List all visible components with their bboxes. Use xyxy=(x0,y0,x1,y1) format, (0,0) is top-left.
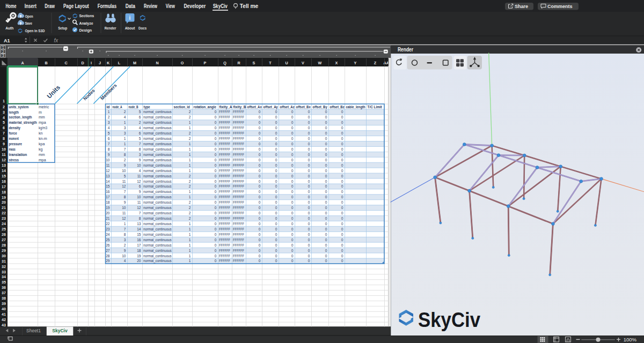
svg-text:FFFFFF: FFFFFF xyxy=(219,163,230,167)
svg-text:28: 28 xyxy=(2,243,6,247)
svg-text:19: 19 xyxy=(137,254,141,258)
svg-text:N: N xyxy=(156,61,158,65)
svg-text:2: 2 xyxy=(189,131,191,135)
svg-text:0: 0 xyxy=(341,153,343,156)
svg-text:T: T xyxy=(269,61,272,65)
svg-text:39: 39 xyxy=(2,302,6,305)
svg-text:mm: mm xyxy=(39,115,45,119)
svg-text:metric: metric xyxy=(39,105,49,109)
svg-text:12: 12 xyxy=(2,158,6,162)
svg-text:0: 0 xyxy=(291,259,294,263)
svg-text:7: 7 xyxy=(3,131,5,135)
svg-text:0: 0 xyxy=(308,163,310,167)
svg-text:2: 2 xyxy=(189,184,191,188)
svg-text:offset_Ay: offset_Ay xyxy=(264,105,278,109)
svg-text:10: 10 xyxy=(137,195,141,199)
svg-text:FFFFFF: FFFFFF xyxy=(233,180,244,183)
svg-text:0: 0 xyxy=(308,142,310,146)
svg-text:FFFFFF: FFFFFF xyxy=(219,254,230,258)
svg-text:0: 0 xyxy=(308,158,310,162)
svg-text:100%: 100% xyxy=(624,337,637,342)
svg-text:0: 0 xyxy=(325,110,327,114)
svg-text:Home: Home xyxy=(5,3,16,9)
svg-text:normal_continuous: normal_continuous xyxy=(143,206,172,210)
svg-text:6: 6 xyxy=(139,115,141,119)
svg-text:29: 29 xyxy=(106,259,110,263)
svg-text:0: 0 xyxy=(325,249,327,252)
svg-text:12: 12 xyxy=(137,180,141,183)
svg-text:41: 41 xyxy=(2,312,6,316)
svg-text:rotation_angle: rotation_angle xyxy=(194,105,217,109)
svg-text:m: m xyxy=(39,110,42,114)
svg-text:FFFFFF: FFFFFF xyxy=(219,233,230,236)
svg-text:2: 2 xyxy=(189,211,191,215)
svg-text:kpa: kpa xyxy=(39,142,45,146)
svg-text:FFFFFF: FFFFFF xyxy=(219,110,230,114)
svg-text:0: 0 xyxy=(325,174,327,178)
svg-text:6: 6 xyxy=(139,184,141,188)
svg-text:FFFFFF: FFFFFF xyxy=(219,180,230,183)
svg-text:FFFFFF: FFFFFF xyxy=(219,115,230,119)
svg-text:offset_Bx: offset_Bx xyxy=(296,105,311,109)
svg-text:0: 0 xyxy=(325,238,327,242)
svg-text:fx: fx xyxy=(54,38,59,43)
svg-text:FFFFFF: FFFFFF xyxy=(233,174,244,178)
svg-text:0: 0 xyxy=(325,227,327,231)
svg-text:2: 2 xyxy=(108,115,110,119)
svg-text:Render: Render xyxy=(398,46,413,53)
svg-text:0: 0 xyxy=(215,259,217,263)
svg-text:kn-m: kn-m xyxy=(39,137,47,140)
svg-text:Sheet1: Sheet1 xyxy=(26,328,41,333)
svg-text:normal_continuous: normal_continuous xyxy=(143,142,172,146)
svg-text:FFFFFF: FFFFFF xyxy=(233,158,244,162)
svg-text:FFFFFF: FFFFFF xyxy=(233,238,244,242)
svg-text:0: 0 xyxy=(341,206,343,210)
svg-text:0: 0 xyxy=(259,184,261,188)
svg-text:density: density xyxy=(9,125,21,130)
svg-text:normal_continuous: normal_continuous xyxy=(143,126,172,130)
svg-text:20: 20 xyxy=(106,211,110,215)
svg-text:0: 0 xyxy=(215,169,217,173)
svg-text:7: 7 xyxy=(124,227,126,231)
svg-text:42: 42 xyxy=(2,318,6,322)
svg-text:FFFFFF: FFFFFF xyxy=(219,137,230,140)
svg-text:J: J xyxy=(99,61,101,65)
svg-text:0: 0 xyxy=(259,174,261,178)
svg-text:0: 0 xyxy=(308,238,310,242)
svg-text:22: 22 xyxy=(2,211,6,215)
svg-text:0: 0 xyxy=(341,121,343,124)
svg-text:14: 14 xyxy=(106,180,110,183)
svg-text:0: 0 xyxy=(341,227,343,231)
svg-text:2: 2 xyxy=(2,50,4,54)
svg-text:0: 0 xyxy=(341,142,343,146)
svg-text:normal_continuous: normal_continuous xyxy=(143,249,172,253)
svg-text:9: 9 xyxy=(139,158,141,162)
svg-text:18: 18 xyxy=(106,200,110,204)
svg-text:offset_Ax: offset_Ax xyxy=(247,105,262,109)
svg-text:FFFFFF: FFFFFF xyxy=(233,200,244,204)
svg-text:10: 10 xyxy=(122,169,126,173)
svg-text:Draw: Draw xyxy=(45,3,55,9)
svg-text:0: 0 xyxy=(291,184,294,188)
svg-text:Open in S3D: Open in S3D xyxy=(25,28,45,33)
svg-text:0: 0 xyxy=(341,110,343,114)
svg-text:0: 0 xyxy=(341,254,343,258)
svg-text:0: 0 xyxy=(275,180,277,183)
svg-text:section_length: section_length xyxy=(9,115,32,120)
svg-text:1: 1 xyxy=(189,142,191,146)
svg-text:0: 0 xyxy=(325,169,327,173)
svg-text:2: 2 xyxy=(3,105,5,109)
svg-text:FFFFFF: FFFFFF xyxy=(233,254,244,258)
svg-text:0: 0 xyxy=(325,233,327,236)
svg-text:25: 25 xyxy=(2,227,6,231)
svg-text:FFFFFF: FFFFFF xyxy=(219,211,230,215)
svg-text:0: 0 xyxy=(259,142,261,146)
svg-text:SkyCiv: SkyCiv xyxy=(213,3,228,9)
svg-text:Analyze: Analyze xyxy=(79,21,93,26)
svg-text:11: 11 xyxy=(122,211,126,215)
svg-text:0: 0 xyxy=(341,259,343,263)
svg-text:SkyCiv: SkyCiv xyxy=(418,308,481,331)
svg-text:0: 0 xyxy=(291,249,294,252)
svg-text:FFFFFF: FFFFFF xyxy=(219,249,230,252)
svg-text:0: 0 xyxy=(325,147,327,151)
